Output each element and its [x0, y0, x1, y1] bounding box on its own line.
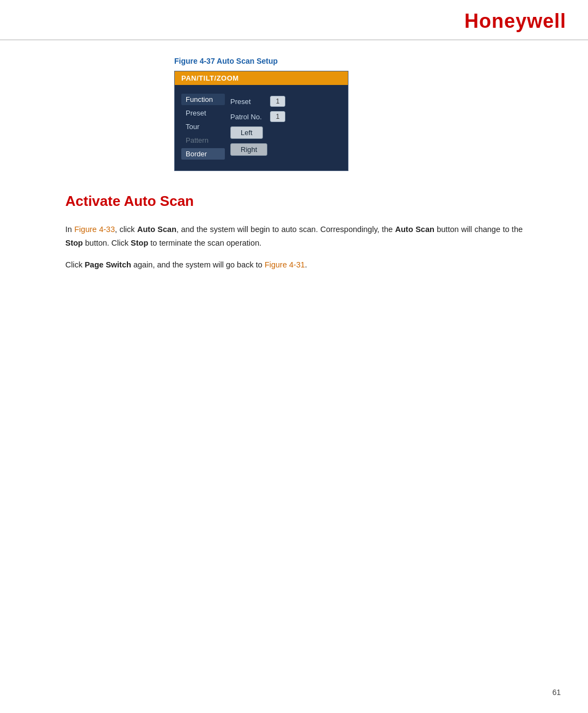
stop-bold-2: Stop	[131, 239, 148, 247]
right-button-row: Right	[230, 143, 341, 156]
menu-item-function[interactable]: Function	[181, 94, 225, 105]
section-heading: Activate Auto Scan	[65, 193, 523, 210]
preset-input[interactable]: 1	[270, 96, 285, 107]
paragraph-1: In Figure 4-33, click Auto Scan, and the…	[65, 223, 523, 249]
page-number: 61	[552, 688, 561, 697]
menu-item-tour[interactable]: Tour	[181, 121, 225, 132]
left-button-row: Left	[230, 126, 341, 139]
figure-label: Figure 4-37 Auto Scan Setup	[174, 57, 523, 65]
patrol-row: Patrol No. 1	[230, 111, 341, 122]
patrol-label: Patrol No.	[230, 113, 266, 121]
stop-bold-1: Stop	[65, 239, 83, 247]
ptz-menu: Function Preset Tour Pattern Border	[181, 94, 225, 160]
page-switch-bold: Page Switch	[84, 260, 131, 269]
ptz-panel-wrapper: PAN/TILT/ZOOM Function Preset Tour Patte…	[174, 71, 523, 171]
ptz-panel-body: Function Preset Tour Pattern Border Pres…	[175, 85, 348, 170]
auto-scan-bold-1: Auto Scan	[137, 225, 176, 234]
right-button[interactable]: Right	[230, 143, 267, 156]
main-content: Figure 4-37 Auto Scan Setup PAN/TILT/ZOO…	[0, 40, 588, 302]
preset-row: Preset 1	[230, 96, 341, 107]
left-button[interactable]: Left	[230, 126, 263, 139]
paragraph-2: Click Page Switch again, and the system …	[65, 258, 523, 272]
ptz-panel: PAN/TILT/ZOOM Function Preset Tour Patte…	[174, 71, 348, 171]
page-footer: 61	[552, 688, 561, 697]
brand-logo: Honeywell	[464, 10, 566, 33]
menu-item-border[interactable]: Border	[181, 148, 225, 160]
auto-scan-bold-2: Auto Scan	[395, 225, 434, 234]
patrol-input[interactable]: 1	[270, 111, 285, 122]
page-header: Honeywell	[0, 0, 588, 40]
figure-31-link[interactable]: Figure 4-31	[265, 260, 305, 269]
ptz-controls: Preset 1 Patrol No. 1 Left Right	[225, 94, 341, 160]
ptz-panel-title: PAN/TILT/ZOOM	[175, 71, 348, 85]
preset-label: Preset	[230, 97, 266, 106]
figure-33-link[interactable]: Figure 4-33	[74, 225, 115, 234]
menu-item-pattern[interactable]: Pattern	[181, 135, 225, 146]
menu-item-preset[interactable]: Preset	[181, 107, 225, 119]
